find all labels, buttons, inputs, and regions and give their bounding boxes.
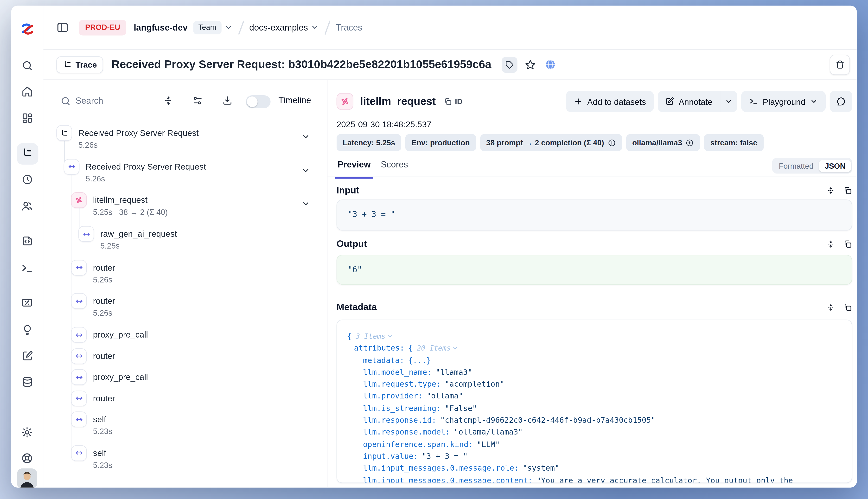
format-option-json[interactable]: JSON bbox=[819, 160, 851, 172]
tree-node-span[interactable]: router 5.26s bbox=[43, 263, 327, 296]
sidebar-datasets-icon[interactable] bbox=[11, 376, 43, 388]
span-icon bbox=[71, 259, 87, 276]
node-name: Received Proxy Server Request bbox=[78, 128, 199, 138]
annotate-button[interactable]: Annotate bbox=[658, 91, 720, 112]
sidebar-sessions-clock-icon[interactable] bbox=[11, 174, 43, 185]
breadcrumb-section[interactable]: Traces bbox=[336, 22, 362, 33]
json-line: llm.is_streaming:"False" bbox=[347, 402, 852, 414]
node-duration: 5.26s bbox=[78, 140, 98, 149]
copy-id-button[interactable]: ID bbox=[444, 97, 462, 106]
org-name[interactable]: langfuse-dev bbox=[134, 22, 188, 33]
id-label: ID bbox=[455, 97, 463, 106]
detail-tabs: Preview Scores bbox=[337, 157, 409, 177]
sidebar-home-icon[interactable] bbox=[11, 86, 43, 97]
chevron-down-icon[interactable] bbox=[302, 166, 310, 174]
sidebar-dashboards-icon[interactable] bbox=[11, 112, 43, 124]
observation-timestamp: 2025-09-30 18:48:25.537 bbox=[337, 120, 431, 129]
trace-type-badge[interactable]: Trace bbox=[56, 56, 103, 73]
annotate-dropdown-chevron[interactable] bbox=[720, 91, 737, 112]
tree-node-span[interactable]: Received Proxy Server Request 5.26s bbox=[43, 162, 327, 195]
sidebar-annotation-icon[interactable] bbox=[11, 350, 43, 362]
plus-icon bbox=[574, 97, 583, 106]
add-to-datasets-button[interactable]: Add to datasets bbox=[566, 91, 654, 112]
node-duration: 5.25s bbox=[93, 208, 112, 217]
chevron-down-icon[interactable] bbox=[302, 200, 310, 208]
tab-scores[interactable]: Scores bbox=[380, 157, 409, 177]
json-line: llm.model_name:"llama3" bbox=[347, 366, 852, 378]
tree-node-span[interactable]: self 5.23s bbox=[43, 414, 327, 448]
comments-button[interactable] bbox=[830, 91, 852, 112]
tree-node-generation-selected[interactable]: litellm_request 5.25s38 → 2 (Σ 40) bbox=[43, 195, 327, 229]
trace-title-bar: Trace Received Proxy Server Request: b30… bbox=[43, 50, 857, 80]
sidebar-lightbulb-icon[interactable] bbox=[11, 324, 43, 336]
span-icon bbox=[71, 293, 87, 309]
sidebar-prompts-icon[interactable] bbox=[11, 235, 43, 247]
sidebar-tracing-icon[interactable] bbox=[11, 147, 43, 159]
collapse-section-icon[interactable] bbox=[827, 186, 835, 195]
tree-node-span[interactable]: proxy_pre_call bbox=[43, 330, 327, 351]
tree-node-trace[interactable]: Received Proxy Server Request 5.26s bbox=[43, 128, 327, 162]
env-badge: Env: production bbox=[405, 134, 476, 151]
node-name: self bbox=[93, 414, 106, 424]
topbar: PROD-EU langfuse-dev Team docs-examples … bbox=[43, 5, 857, 50]
json-line: llm.request.type:"acompletion" bbox=[347, 378, 852, 390]
node-duration: 5.26s bbox=[93, 275, 112, 284]
sidebar-rail bbox=[11, 5, 44, 487]
tree-node-span[interactable]: router bbox=[43, 393, 327, 414]
sidebar-support-lifebuoy-icon[interactable] bbox=[11, 452, 43, 465]
node-name: router bbox=[93, 296, 115, 306]
json-line[interactable]: attributes: { 20 Items bbox=[347, 342, 852, 354]
sidebar-toggle-icon[interactable] bbox=[56, 21, 69, 34]
org-chevron-down-icon[interactable] bbox=[224, 23, 233, 32]
sidebar-playground-terminal-icon[interactable] bbox=[11, 262, 43, 275]
copy-icon[interactable] bbox=[843, 302, 852, 311]
token-usage-badge: 38 prompt → 2 completion (Σ 40) bbox=[480, 134, 622, 151]
tree-node-span[interactable]: self 5.23s bbox=[43, 448, 327, 482]
project-chevron-down-icon[interactable] bbox=[311, 23, 319, 32]
model-badge[interactable]: ollama/llama3 bbox=[626, 134, 700, 151]
tree-node-span[interactable]: router bbox=[43, 351, 327, 372]
tab-preview[interactable]: Preview bbox=[337, 157, 372, 177]
span-icon bbox=[64, 159, 80, 175]
annotate-button-group: Annotate bbox=[658, 91, 737, 112]
star-bookmark-icon[interactable] bbox=[523, 57, 538, 72]
node-name: router bbox=[93, 393, 115, 403]
delete-trace-button[interactable] bbox=[830, 54, 850, 75]
chevron-down-icon[interactable] bbox=[302, 133, 310, 141]
json-line: llm.input_messages.0.message.role:"syste… bbox=[347, 462, 852, 474]
project-name[interactable]: docs-examples bbox=[249, 22, 308, 33]
user-avatar[interactable] bbox=[11, 468, 43, 488]
node-name: proxy_pre_call bbox=[93, 330, 148, 340]
trace-icon bbox=[56, 125, 72, 141]
format-option-formatted[interactable]: Formatted bbox=[773, 160, 819, 172]
observation-detail-panel: litellm_request ID Add to datasets Annot… bbox=[327, 80, 857, 488]
generation-icon bbox=[71, 193, 87, 208]
metadata-section-header: Metadata bbox=[337, 302, 852, 312]
sidebar-users-icon[interactable] bbox=[11, 200, 43, 213]
node-name: raw_gen_ai_request bbox=[100, 229, 177, 239]
detail-header: litellm_request ID Add to datasets Annot… bbox=[337, 90, 852, 113]
tag-button[interactable] bbox=[501, 57, 517, 72]
sidebar-search-icon[interactable] bbox=[11, 60, 43, 72]
node-name: router bbox=[93, 351, 115, 361]
json-line[interactable]: metadata:{...} bbox=[347, 354, 852, 366]
sidebar-settings-gear-icon[interactable] bbox=[11, 426, 43, 439]
span-icon bbox=[71, 412, 87, 427]
terminal-icon bbox=[749, 97, 758, 106]
public-globe-icon[interactable] bbox=[543, 57, 558, 72]
playground-button[interactable]: Playground bbox=[741, 91, 826, 112]
collapse-section-icon[interactable] bbox=[827, 302, 835, 311]
copy-icon[interactable] bbox=[843, 186, 852, 195]
json-line[interactable]: { 3 Items bbox=[347, 330, 852, 342]
metadata-json-viewer: { 3 Items attributes: { 20 Items metadat… bbox=[337, 319, 852, 483]
collapse-section-icon[interactable] bbox=[827, 240, 835, 248]
tree-node-span[interactable]: router 5.26s bbox=[43, 296, 327, 330]
copy-icon[interactable] bbox=[843, 240, 852, 248]
span-icon bbox=[71, 390, 87, 406]
output-value-box: "6" bbox=[337, 255, 852, 284]
sidebar-evals-icon[interactable] bbox=[11, 296, 43, 309]
tree-node-span[interactable]: raw_gen_ai_request 5.25s bbox=[43, 229, 327, 263]
org-logo-knot-icon[interactable] bbox=[11, 22, 43, 36]
environment-badge: PROD-EU bbox=[79, 20, 126, 35]
tree-node-span[interactable]: proxy_pre_call bbox=[43, 372, 327, 393]
